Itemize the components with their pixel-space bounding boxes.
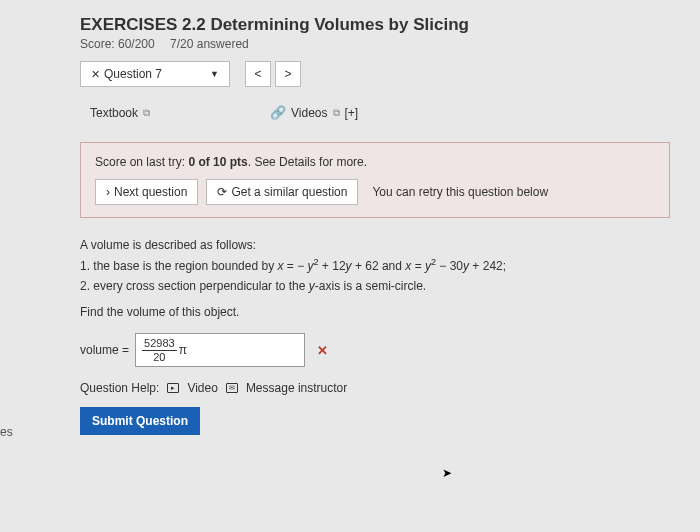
eq2-rhs: = y2 − 30y + 242; (411, 259, 506, 273)
question-bar: ✕Question 7 ▼ < > (80, 61, 670, 87)
line1-mid: and (379, 259, 406, 273)
line1-pre: 1. the base is the region bounded by (80, 259, 277, 273)
page-title: EXERCISES 2.2 Determining Volumes by Sli… (80, 15, 670, 35)
textbook-link[interactable]: Textbook ⧉ (90, 106, 150, 120)
problem-line1: 1. the base is the region bounded by x =… (80, 256, 670, 275)
last-try-suffix: . See Details for more. (248, 155, 367, 169)
play-icon: ▸ (167, 383, 179, 393)
eq1-rhs: = − y2 + 12y + 62 (283, 259, 378, 273)
last-try-box: Score on last try: 0 of 10 pts. See Deta… (80, 142, 670, 218)
problem-intro: A volume is described as follows: (80, 236, 670, 254)
retry-text: You can retry this question below (372, 185, 548, 199)
problem-statement: A volume is described as follows: 1. the… (80, 236, 670, 295)
button-row: › Next question ⟳ Get a similar question… (95, 179, 655, 205)
refresh-icon: ⟳ (217, 185, 227, 199)
dropdown-caret-icon: ▼ (210, 69, 219, 79)
similar-question-label: Get a similar question (231, 185, 347, 199)
next-question-button[interactable]: › Next question (95, 179, 198, 205)
denominator: 20 (151, 351, 167, 363)
answer-input[interactable]: 52983 20 π (135, 333, 305, 367)
videos-label: Videos (291, 106, 327, 120)
mail-icon: ✉ (226, 383, 238, 393)
submit-button[interactable]: Submit Question (80, 407, 200, 435)
answer-label: volume = (80, 343, 129, 357)
video-link[interactable]: Video (187, 381, 217, 395)
nav-arrows: < > (245, 61, 301, 87)
help-row: Question Help: ▸ Video ✉ Message instruc… (80, 381, 670, 395)
prev-button[interactable]: < (245, 61, 271, 87)
next-question-label: Next question (114, 185, 187, 199)
external-link-icon: ⧉ (143, 107, 150, 119)
numerator: 52983 (142, 337, 177, 350)
fraction: 52983 20 (142, 337, 177, 362)
question-select[interactable]: ✕Question 7 ▼ (80, 61, 230, 87)
problem-line2: 2. every cross section perpendicular to … (80, 277, 670, 295)
last-try-text: Score on last try: 0 of 10 pts. See Deta… (95, 155, 655, 169)
help-label: Question Help: (80, 381, 159, 395)
side-tab: es (0, 425, 13, 439)
textbook-label: Textbook (90, 106, 138, 120)
paperclip-icon: 🔗 (270, 105, 286, 120)
videos-link[interactable]: 🔗 Videos ⧉ [+] (270, 105, 358, 120)
message-instructor-link[interactable]: Message instructor (246, 381, 347, 395)
close-icon: ✕ (91, 68, 100, 80)
pi-symbol: π (179, 343, 187, 357)
last-try-score: 0 of 10 pts (188, 155, 247, 169)
next-button[interactable]: > (275, 61, 301, 87)
find-line: Find the volume of this object. (80, 305, 670, 319)
external-link-icon: ⧉ (333, 107, 340, 119)
score-text: Score: 60/200 (80, 37, 155, 51)
cursor-icon: ➤ (442, 466, 452, 480)
answered-text: 7/20 answered (170, 37, 249, 51)
question-label: Question 7 (104, 67, 162, 81)
score-line: Score: 60/200 7/20 answered (80, 37, 670, 51)
chevron-right-icon: › (106, 185, 110, 199)
videos-plus: [+] (345, 106, 359, 120)
last-try-prefix: Score on last try: (95, 155, 188, 169)
answer-row: volume = 52983 20 π ✕ (80, 333, 670, 367)
incorrect-icon: ✕ (317, 343, 328, 358)
similar-question-button[interactable]: ⟳ Get a similar question (206, 179, 358, 205)
resources-row: Textbook ⧉ 🔗 Videos ⧉ [+] (80, 105, 670, 120)
